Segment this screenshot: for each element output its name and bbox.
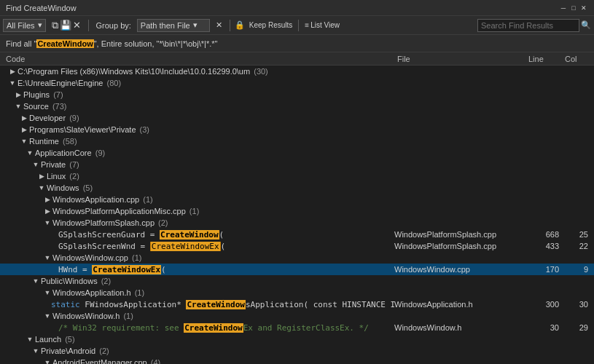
col-column-header: Col	[562, 55, 591, 63]
main-content: Code File Line Col C:\Program Files (x86…	[0, 52, 594, 364]
groupby-dropdown[interactable]: Path then File ▾	[137, 19, 210, 32]
line-cell: 30	[525, 323, 562, 332]
search-icon[interactable]: 🔍	[581, 20, 591, 30]
lock-icon: 🔒	[235, 20, 245, 30]
chevron-down-icon: ▾	[38, 20, 42, 30]
clear-groupby-button[interactable]: ✕	[213, 19, 225, 31]
file-cell: WindowsApplication.h	[394, 300, 525, 309]
clear-icon[interactable]: ✕	[73, 20, 81, 31]
close-button[interactable]: ✕	[579, 4, 588, 12]
arrow-icon	[20, 138, 28, 145]
separator-1	[88, 20, 89, 31]
tree-item[interactable]: Source (73)	[0, 100, 594, 112]
line-cell: 170	[525, 265, 562, 274]
file-cell: WindowsWindow.h	[394, 323, 525, 332]
arrow-icon	[32, 277, 39, 285]
arrow-icon	[38, 173, 45, 180]
maximize-button[interactable]: □	[569, 4, 578, 12]
tree-item[interactable]: WindowsWindow.h (1)	[0, 310, 594, 322]
arrow-icon	[44, 207, 51, 215]
arrow-icon	[32, 347, 39, 355]
tree-item[interactable]: WindowsWindow.cpp (1)	[0, 252, 594, 264]
groupby-value: Path then File	[141, 21, 190, 30]
line-cell: 433	[525, 242, 562, 250]
tree-item[interactable]: E:\UnrealEngine\Engine (80)	[0, 77, 594, 89]
separator-2	[230, 20, 230, 31]
window-title: Find CreateWindow	[6, 4, 77, 12]
list-icon: ≡	[305, 21, 309, 29]
line-cell: 668	[525, 230, 562, 239]
search-term: CreateWindow	[36, 39, 93, 48]
arrow-icon	[20, 126, 28, 133]
chevron-down-icon-2: ▾	[193, 20, 198, 30]
arrow-icon	[9, 79, 16, 87]
copy-icon[interactable]: ⧉	[52, 20, 58, 31]
code-column-header: Code	[3, 55, 394, 63]
arrow-icon	[44, 359, 51, 364]
keep-results-button[interactable]: Keep Results	[246, 20, 295, 31]
tree-item[interactable]: Runtime (58)	[0, 135, 594, 147]
tree-item[interactable]: Developer (9)	[0, 112, 594, 124]
col-cell: 9	[562, 265, 591, 274]
tree-item[interactable]: Plugins (7)	[0, 89, 594, 100]
tree-item[interactable]: WindowsPlatformApplicationMisc.cpp (1)	[0, 205, 594, 217]
arrow-icon	[44, 219, 51, 226]
files-label: All Files	[7, 21, 35, 30]
arrow-icon	[38, 184, 45, 191]
arrow-icon	[44, 312, 51, 320]
tree-item[interactable]: Windows (5)	[0, 182, 594, 194]
col-cell: 22	[562, 242, 591, 250]
minimize-button[interactable]: ─	[559, 4, 568, 12]
line-column-header: Line	[525, 55, 562, 63]
search-input[interactable]	[477, 19, 579, 32]
tree-item[interactable]: AndroidEventManager.cpp (4)	[0, 357, 594, 364]
toolbar: All Files ▾ ⧉ 💾 ✕ Group by: Path then Fi…	[0, 16, 594, 35]
list-view-button[interactable]: ≡ List View	[302, 20, 343, 31]
window-controls: ─ □ ✕	[559, 4, 588, 12]
file-cell: WindowsPlatformSplash.cpp	[394, 230, 525, 239]
code-result-row-selected[interactable]: HWnd = CreateWindowEx( WindowsWindow.cpp…	[0, 264, 594, 275]
search-description-bar: Find all "CreateWindow", Entire solution…	[0, 35, 594, 52]
arrow-icon	[44, 196, 51, 203]
separator-3	[298, 20, 299, 31]
line-cell: 300	[525, 300, 562, 309]
tree-item[interactable]: Programs\SlateViewer\Private (3)	[0, 124, 594, 135]
col-cell: 30	[562, 300, 591, 309]
title-bar: Find CreateWindow ─ □ ✕	[0, 0, 594, 16]
code-result-row[interactable]: /* Win32 requirement: see CreateWindowEx…	[0, 322, 594, 333]
search-description: Find all "CreateWindow", Entire solution…	[6, 39, 217, 48]
file-cell: WindowsPlatformSplash.cpp	[394, 242, 525, 250]
arrow-icon	[44, 289, 51, 296]
groupby-label: Group by:	[93, 21, 134, 30]
tree-item[interactable]: WindowsPlatformSplash.cpp (2)	[0, 217, 594, 229]
arrow-icon	[15, 91, 22, 98]
files-dropdown[interactable]: All Files ▾	[3, 19, 46, 32]
tree-item[interactable]: Launch (5)	[0, 333, 594, 345]
tree-item[interactable]: WindowsApplication.h (1)	[0, 287, 594, 298]
tree-item[interactable]: Private\Android (2)	[0, 345, 594, 357]
arrow-icon	[44, 254, 51, 261]
tree-item[interactable]: ApplicationCore (9)	[0, 147, 594, 159]
arrow-icon	[26, 336, 34, 343]
tree-item[interactable]: C:\Program Files (x86)\Windows Kits\10\I…	[0, 66, 594, 77]
file-column-header: File	[394, 55, 525, 63]
arrow-icon	[15, 103, 22, 110]
code-result-row[interactable]: GSplashScreenWnd = CreateWindowEx( Windo…	[0, 240, 594, 252]
groupby-section: Group by: Path then File ▾ ✕	[93, 19, 225, 32]
save-icon[interactable]: 💾	[60, 20, 71, 31]
arrow-icon	[20, 114, 28, 122]
arrow-icon	[32, 161, 39, 168]
tree-item[interactable]: Linux (2)	[0, 170, 594, 182]
tree-item[interactable]: Public\Windows (2)	[0, 275, 594, 287]
tree-item[interactable]: WindowsApplication.cpp (1)	[0, 194, 594, 205]
col-cell: 29	[562, 323, 591, 332]
code-result-row[interactable]: GSplashScreenGuard = CreateWindow( Windo…	[0, 229, 594, 240]
col-cell: 25	[562, 230, 591, 239]
arrow-icon	[9, 68, 16, 75]
tree-item[interactable]: Private (7)	[0, 159, 594, 170]
file-cell: WindowsWindow.cpp	[394, 265, 525, 274]
results-panel[interactable]: Code File Line Col C:\Program Files (x86…	[0, 52, 594, 364]
code-result-row[interactable]: static FWindowsApplication* CreateWindow…	[0, 298, 594, 310]
column-headers: Code File Line Col	[0, 52, 594, 66]
arrow-icon	[26, 149, 34, 157]
